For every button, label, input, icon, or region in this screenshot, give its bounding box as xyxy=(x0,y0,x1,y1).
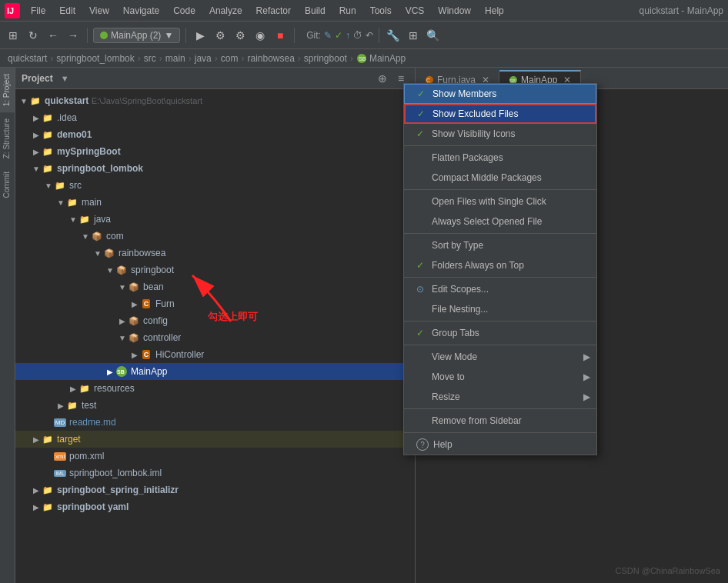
panel-locate-btn[interactable]: ⊕ xyxy=(375,71,390,86)
app-dropdown[interactable]: MainApp (2) ▼ xyxy=(93,28,180,43)
menu-help[interactable]: Help xyxy=(479,4,510,18)
toolbar-open-btn[interactable]: ⊞ xyxy=(5,27,22,44)
tree-item-mainapp[interactable]: ▶ SB MainApp xyxy=(15,363,415,380)
toolbar-debug-btn[interactable]: ⚙ xyxy=(232,27,249,44)
tree-item-iml[interactable]: ▶ IML springboot_lombok.iml xyxy=(15,465,415,481)
breadcrumb-quickstart[interactable]: quickstart xyxy=(8,53,47,64)
tree-arrow: ▶ xyxy=(31,486,42,495)
tree-item-com[interactable]: ▼ 📦 com xyxy=(15,228,415,245)
menu-analyze[interactable]: Analyze xyxy=(203,4,249,18)
tree-item-target[interactable]: ▶ 📁 target xyxy=(15,431,415,448)
app-title: quickstart - MainApp xyxy=(640,5,723,16)
breadcrumb: quickstart › springboot_lombok › src › m… xyxy=(0,49,728,68)
menu-tools[interactable]: Tools xyxy=(364,4,398,18)
tree-item-pom[interactable]: ▶ xml pom.xml xyxy=(15,448,415,465)
menu-item-resize[interactable]: Resize ▶ xyxy=(404,387,596,407)
menu-item-single-click[interactable]: Open Files with Single Click xyxy=(404,192,596,212)
toolbar-refresh-btn[interactable]: ↻ xyxy=(25,27,42,44)
menu-item-remove-sidebar[interactable]: Remove from Sidebar xyxy=(404,411,596,431)
folder-icon: 📁 xyxy=(42,128,54,141)
tree-item-furn[interactable]: ▶ C Furn xyxy=(15,295,415,312)
menu-edit[interactable]: Edit xyxy=(53,4,82,18)
breadcrumb-src[interactable]: src xyxy=(144,53,156,64)
breadcrumb-mainapp[interactable]: MainApp xyxy=(369,53,406,64)
menu-item-file-nesting[interactable]: File Nesting... xyxy=(404,299,596,319)
tree-arrow: ▶ xyxy=(129,300,140,308)
menu-item-group-tabs[interactable]: ✓ Group Tabs xyxy=(404,323,596,343)
tree-item-spring-init[interactable]: ▶ 📁 springboot_spring_initializr xyxy=(15,481,415,498)
tree-label: springboot xyxy=(131,265,174,275)
separator xyxy=(404,233,596,234)
menu-view[interactable]: View xyxy=(83,4,115,18)
project-panel: Project ▼ ⊕ ≡ ▼ 📁 quickstart E:\Java\Spr… xyxy=(15,68,416,583)
menu-item-sort-type[interactable]: Sort by Type xyxy=(404,235,596,255)
tree-item-hicontroller[interactable]: ▶ C HiController xyxy=(15,346,415,363)
tree-item-main[interactable]: ▼ 📁 main xyxy=(15,194,415,211)
menu-label: Move to xyxy=(432,371,584,382)
toolbar-back-btn[interactable]: ← xyxy=(45,27,62,44)
tree-item-controller[interactable]: ▼ 📦 controller xyxy=(15,329,415,346)
menu-navigate[interactable]: Navigate xyxy=(117,4,165,18)
sidebar-tab-project[interactable]: 1: Project xyxy=(0,68,15,112)
tree-item-test[interactable]: ▶ 📁 test xyxy=(15,397,415,414)
menu-run[interactable]: Run xyxy=(333,4,362,18)
folder-icon: 📁 xyxy=(42,162,54,175)
menu-build[interactable]: Build xyxy=(299,4,332,18)
toolbar-wrench-btn[interactable]: 🔧 xyxy=(385,27,402,44)
menu-code[interactable]: Code xyxy=(167,4,202,18)
tree-item-bean[interactable]: ▼ 📦 bean xyxy=(15,278,415,295)
svg-text:C: C xyxy=(426,78,430,83)
menu-item-show-members[interactable]: ✓ Show Members xyxy=(404,84,596,104)
toolbar-profile-btn[interactable]: ◉ xyxy=(252,27,269,44)
breadcrumb-main[interactable]: main xyxy=(165,53,185,64)
tree-item-resources[interactable]: ▶ 📁 resources xyxy=(15,380,415,397)
menu-item-flatten[interactable]: Flatten Packages xyxy=(404,148,596,168)
tree-label: springboot_lombok.iml xyxy=(69,468,162,478)
panel-dropdown-arrow[interactable]: ▼ xyxy=(61,74,69,83)
menu-item-compact[interactable]: Compact Middle Packages xyxy=(404,168,596,188)
breadcrumb-springboot[interactable]: springboot xyxy=(304,53,347,64)
menu-window[interactable]: Window xyxy=(432,4,477,18)
tree-item-quickstart[interactable]: ▼ 📁 quickstart E:\Java\SpringBoot\quicks… xyxy=(15,92,415,109)
sidebar-tab-commit[interactable]: Commit xyxy=(0,165,15,204)
menu-item-edit-scopes[interactable]: ⊙ Edit Scopes... xyxy=(404,279,596,299)
menu-item-view-mode[interactable]: View Mode ▶ xyxy=(404,347,596,367)
toolbar-stop-btn[interactable]: ■ xyxy=(272,27,289,44)
tree-item-myspringboot[interactable]: ▶ 📁 mySpringBoot xyxy=(15,143,415,160)
menu-item-show-excluded[interactable]: ✓ Show Excluded Files xyxy=(404,104,596,124)
tree-item-idea[interactable]: ▶ 📁 .idea xyxy=(15,109,415,126)
toolbar-search-btn[interactable]: 🔍 xyxy=(425,27,442,44)
tree-item-spring-yaml[interactable]: ▶ 📁 springboot yaml xyxy=(15,498,415,515)
breadcrumb-java[interactable]: java xyxy=(195,53,212,64)
tree-item-java[interactable]: ▼ 📁 java xyxy=(15,211,415,228)
tree-item-springboot-lombok[interactable]: ▼ 📁 springboot_lombok xyxy=(15,160,415,177)
check-icon: ✓ xyxy=(417,108,429,119)
menu-refactor[interactable]: Refactor xyxy=(250,4,297,18)
tree-item-demo01[interactable]: ▶ 📁 demo01 xyxy=(15,126,415,143)
check-icon: ✓ xyxy=(417,88,429,99)
tree-item-springboot[interactable]: ▼ 📦 springboot 勾选上即可 xyxy=(15,262,415,278)
app-logo: IJ xyxy=(5,3,20,18)
menu-file[interactable]: File xyxy=(25,4,52,18)
tree-item-config[interactable]: ▶ 📦 config xyxy=(15,312,415,329)
breadcrumb-rainbowsea[interactable]: rainbowsea xyxy=(247,53,294,64)
menu-item-always-select[interactable]: Always Select Opened File xyxy=(404,212,596,232)
tree-item-readme[interactable]: ▶ MD readme.md xyxy=(15,414,415,431)
separator-2 xyxy=(185,28,186,43)
toolbar-cog-btn[interactable]: ⚙ xyxy=(212,27,229,44)
toolbar-build-btn[interactable]: ▶ xyxy=(192,27,209,44)
toolbar-layout-btn[interactable]: ⊞ xyxy=(405,27,422,44)
menu-item-move-to[interactable]: Move to ▶ xyxy=(404,367,596,387)
breadcrumb-com[interactable]: com xyxy=(221,53,239,64)
menu-vcs[interactable]: VCS xyxy=(399,4,431,18)
menu-item-help[interactable]: ? Help xyxy=(404,435,596,455)
sidebar-tab-structure[interactable]: Z: Structure xyxy=(0,112,15,165)
menu-item-show-visibility[interactable]: ✓ Show Visibility Icons xyxy=(404,124,596,144)
breadcrumb-springboot-lombok[interactable]: springboot_lombok xyxy=(56,53,134,64)
toolbar-forward-btn[interactable]: → xyxy=(65,27,82,44)
tree-item-rainbowsea[interactable]: ▼ 📦 rainbowsea xyxy=(15,245,415,262)
menu-label: Open Files with Single Click xyxy=(432,196,584,207)
menu-item-folders-top[interactable]: ✓ Folders Always on Top xyxy=(404,255,596,275)
tree-label: test xyxy=(82,400,96,411)
tree-item-src[interactable]: ▼ 📁 src xyxy=(15,177,415,194)
